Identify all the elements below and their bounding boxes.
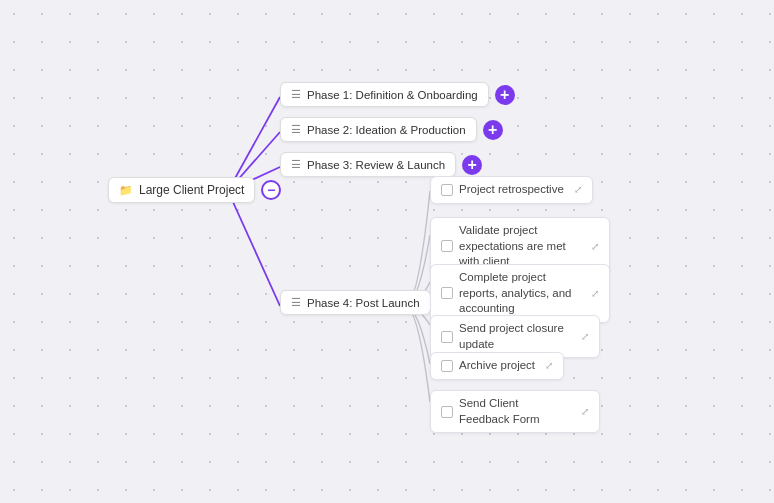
svg-line-3 <box>228 191 280 306</box>
phase2-icon: ☰ <box>291 123 301 136</box>
task1-box[interactable]: Project retrospective ⤢ <box>430 176 593 204</box>
phase3-icon: ☰ <box>291 158 301 171</box>
phase3-add-btn[interactable]: + <box>462 155 482 175</box>
phase2-box: ☰ Phase 2: Ideation & Production <box>280 117 477 142</box>
task3-label: Complete project reports, analytics, and… <box>459 270 581 317</box>
phase3-label: Phase 3: Review & Launch <box>307 159 445 171</box>
task6-expand-icon[interactable]: ⤢ <box>581 405 589 419</box>
task2-label: Validate project expectations are met wi… <box>459 223 581 270</box>
task3-box[interactable]: Complete project reports, analytics, and… <box>430 264 610 323</box>
task3-node: Complete project reports, analytics, and… <box>430 264 610 323</box>
task6-checkbox[interactable] <box>441 406 453 418</box>
task5-box[interactable]: Archive project ⤢ <box>430 352 564 380</box>
root-node-box: 📁 Large Client Project <box>108 177 255 203</box>
phase3-node: ☰ Phase 3: Review & Launch + <box>280 152 482 177</box>
task4-label: Send project closure update <box>459 321 571 352</box>
phase2-node: ☰ Phase 2: Ideation & Production + <box>280 117 503 142</box>
folder-icon: 📁 <box>119 184 133 197</box>
phase1-label: Phase 1: Definition & Onboarding <box>307 89 478 101</box>
task1-checkbox[interactable] <box>441 184 453 196</box>
phase3-box: ☰ Phase 3: Review & Launch <box>280 152 456 177</box>
task1-expand-icon[interactable]: ⤢ <box>574 183 582 197</box>
task6-label: Send Client Feedback Form <box>459 396 571 427</box>
task3-checkbox[interactable] <box>441 287 453 299</box>
task2-expand-icon[interactable]: ⤢ <box>591 240 599 254</box>
phase1-box: ☰ Phase 1: Definition & Onboarding <box>280 82 489 107</box>
task4-expand-icon[interactable]: ⤢ <box>581 330 589 344</box>
phase4-label: Phase 4: Post Launch <box>307 297 420 309</box>
task2-checkbox[interactable] <box>441 240 453 252</box>
root-collapse-btn[interactable]: − <box>261 180 281 200</box>
task5-expand-icon[interactable]: ⤢ <box>545 359 553 373</box>
phase4-icon: ☰ <box>291 296 301 309</box>
task1-label: Project retrospective <box>459 182 564 198</box>
task5-node: Archive project ⤢ <box>430 352 564 380</box>
root-label: Large Client Project <box>139 183 244 197</box>
phase1-icon: ☰ <box>291 88 301 101</box>
task5-label: Archive project <box>459 358 535 374</box>
phase4-box: ☰ Phase 4: Post Launch <box>280 290 431 315</box>
task4-checkbox[interactable] <box>441 331 453 343</box>
root-node: 📁 Large Client Project − <box>108 177 281 203</box>
phase1-node: ☰ Phase 1: Definition & Onboarding + <box>280 82 515 107</box>
task3-expand-icon[interactable]: ⤢ <box>591 287 599 301</box>
task5-checkbox[interactable] <box>441 360 453 372</box>
phase1-add-btn[interactable]: + <box>495 85 515 105</box>
task6-node: Send Client Feedback Form ⤢ <box>430 390 600 433</box>
task6-box[interactable]: Send Client Feedback Form ⤢ <box>430 390 600 433</box>
task1-node: Project retrospective ⤢ <box>430 176 593 204</box>
phase2-label: Phase 2: Ideation & Production <box>307 124 466 136</box>
phase2-add-btn[interactable]: + <box>483 120 503 140</box>
